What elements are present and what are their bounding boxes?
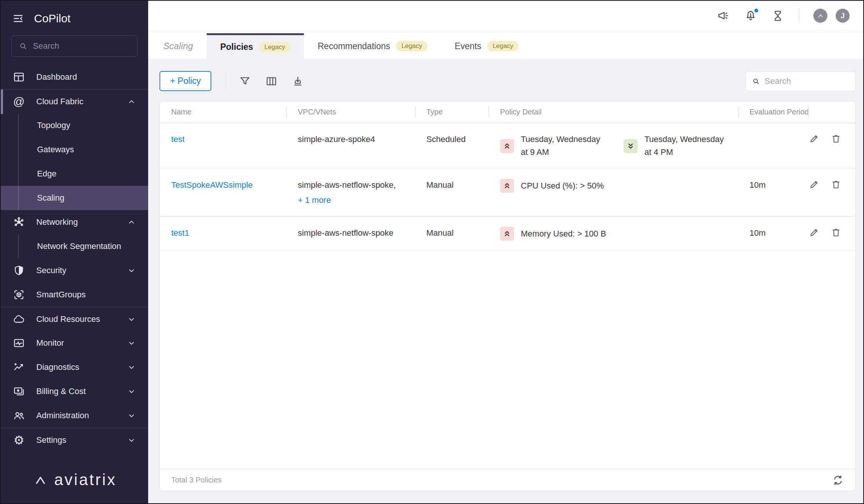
sidebar-item-label: Monitor [36, 338, 114, 348]
sidebar-item-label: Cloud Resources [36, 314, 114, 324]
policy-detail-text: Memory Used: > 100 B [521, 227, 606, 240]
chevron-down-icon [125, 338, 138, 348]
org-avatar[interactable] [813, 9, 827, 23]
sidebar-group-networking: Networking Network Segmentation [1, 210, 148, 258]
sidebar-item-dashboard[interactable]: Dashboard [1, 65, 148, 89]
shield-icon [12, 264, 26, 277]
diagnostics-icon [12, 361, 26, 373]
table-search [745, 71, 856, 91]
notification-dot-badge [753, 8, 759, 14]
table-footer: Total 3 Policies [160, 469, 855, 491]
sidebar-item-label: Networking [36, 217, 114, 227]
columns-icon[interactable] [265, 75, 277, 87]
scale-up-badge-icon [500, 139, 514, 153]
tab-label: Policies [220, 42, 253, 52]
gear-icon: ⚙ [12, 434, 26, 446]
sidebar-item-settings[interactable]: ⚙ Settings [1, 428, 148, 452]
policy-detail-item: CPU Used (%): > 50% [500, 179, 604, 193]
legacy-badge: Legacy [396, 41, 427, 51]
refresh-icon[interactable] [832, 474, 844, 486]
collapse-sidebar-icon[interactable] [12, 12, 24, 25]
tab-policies[interactable]: Policies Legacy [207, 33, 304, 59]
sidebar-item-billing-cost[interactable]: Billing & Cost [1, 379, 148, 404]
app-root: CoPilot Dashboard @ Cloud Fabric [1, 1, 863, 503]
sidebar-item-gateways[interactable]: Gateways [1, 138, 148, 162]
networking-icon [12, 216, 26, 228]
monitor-icon [12, 337, 26, 349]
topbar: J [148, 1, 863, 31]
sidebar-item-networking[interactable]: Networking [1, 210, 148, 234]
hourglass-icon[interactable] [771, 9, 784, 22]
download-icon[interactable] [292, 75, 304, 87]
sidebar-item-topology[interactable]: Topology [1, 113, 148, 138]
policy-name-link[interactable]: test [171, 135, 184, 144]
toolbar-divider [226, 73, 226, 90]
sidebar-item-network-segmentation[interactable]: Network Segmentation [1, 234, 148, 258]
table-toolbar: + Policy [159, 71, 856, 91]
legacy-badge: Legacy [259, 42, 291, 53]
dashboard-icon [12, 71, 26, 83]
sidebar-item-security[interactable]: Security [1, 258, 148, 283]
column-header-evaluation-period[interactable]: Evaluation Period [738, 108, 808, 116]
delete-trash-icon[interactable] [830, 227, 842, 238]
sidebar-item-scaling[interactable]: Scaling [1, 186, 148, 210]
vpc-more-link[interactable]: + 1 more [298, 194, 331, 207]
filter-icon[interactable] [239, 75, 251, 87]
chevron-down-icon [125, 387, 138, 396]
vpc-cell: simple-aws-netflow-spoke [286, 227, 415, 240]
type-cell: Scheduled [415, 133, 489, 146]
policy-detail-item: Tuesday, Wednesday at 9 AM [500, 133, 607, 159]
sidebar-item-monitor[interactable]: Monitor [1, 331, 148, 355]
edit-pencil-icon[interactable] [808, 227, 820, 238]
policy-detail-cell: Tuesday, Wednesday at 9 AM Tuesday, Wedn… [489, 133, 738, 159]
add-policy-button[interactable]: + Policy [159, 71, 211, 91]
delete-trash-icon[interactable] [830, 179, 842, 190]
legacy-badge: Legacy [487, 41, 519, 51]
sidebar-item-label: Scaling [37, 193, 64, 203]
vpc-cell: simple-azure-spoke4 [286, 133, 415, 146]
policy-detail-text: Tuesday, Wednesday at 4 PM [644, 133, 731, 159]
aviatrix-logo: aviatrix [1, 459, 148, 503]
sidebar-item-diagnostics[interactable]: Diagnostics [1, 355, 148, 379]
notifications-bell[interactable] [744, 9, 757, 22]
table-search-input[interactable] [765, 76, 849, 86]
tab-events[interactable]: Events Legacy [441, 33, 532, 59]
column-header-vpc[interactable]: VPC/VNets [286, 108, 415, 116]
content-area: + Policy [148, 59, 863, 503]
sidebar-item-cloud-resources[interactable]: Cloud Resources [1, 307, 148, 331]
main-area: J Scaling Policies Legacy Recommendation… [148, 1, 863, 503]
topbar-divider [799, 8, 799, 24]
sidebar-search-input[interactable] [33, 41, 130, 51]
aviatrix-mark-icon [816, 12, 825, 20]
sidebar-item-smartgroups[interactable]: SmartGroups [1, 283, 148, 307]
sidebar-item-edge[interactable]: Edge [1, 162, 148, 186]
sidebar-item-label: Billing & Cost [36, 387, 114, 396]
edit-pencil-icon[interactable] [808, 179, 820, 190]
delete-trash-icon[interactable] [830, 133, 842, 144]
policy-detail-item: Memory Used: > 100 B [500, 227, 606, 241]
column-header-policy-detail[interactable]: Policy Detail [489, 108, 738, 116]
sidebar-item-label: Network Segmentation [37, 241, 121, 251]
search-icon [19, 42, 28, 51]
column-header-name[interactable]: Name [160, 108, 286, 116]
tab-bar: Scaling Policies Legacy Recommendations … [148, 31, 863, 59]
column-header-type[interactable]: Type [415, 108, 489, 116]
user-avatar[interactable]: J [836, 9, 850, 23]
megaphone-icon[interactable] [717, 9, 730, 22]
sidebar-item-administration[interactable]: Administration [1, 404, 148, 428]
page-title: Scaling [158, 33, 198, 59]
topbar-avatars: J [813, 9, 850, 23]
policy-name-link[interactable]: test1 [171, 228, 189, 238]
sidebar-group-cloud-fabric: @ Cloud Fabric Topology Gateways Edge Sc… [1, 89, 148, 210]
sidebar-item-cloud-fabric[interactable]: @ Cloud Fabric [1, 89, 148, 113]
chevron-down-icon [125, 314, 138, 324]
search-icon [752, 77, 760, 85]
policy-detail-cell: Memory Used: > 100 B [489, 227, 738, 241]
table-row: test1 simple-aws-netflow-spoke Manual Me… [160, 217, 855, 251]
sidebar-item-label: Topology [37, 121, 70, 130]
sidebar-item-label: Cloud Fabric [36, 97, 114, 107]
tab-recommendations[interactable]: Recommendations Legacy [304, 33, 441, 59]
edit-pencil-icon[interactable] [808, 133, 820, 144]
policy-name-link[interactable]: TestSpokeAWSsimple [171, 180, 253, 190]
sidebar-header: CoPilot [1, 1, 148, 25]
